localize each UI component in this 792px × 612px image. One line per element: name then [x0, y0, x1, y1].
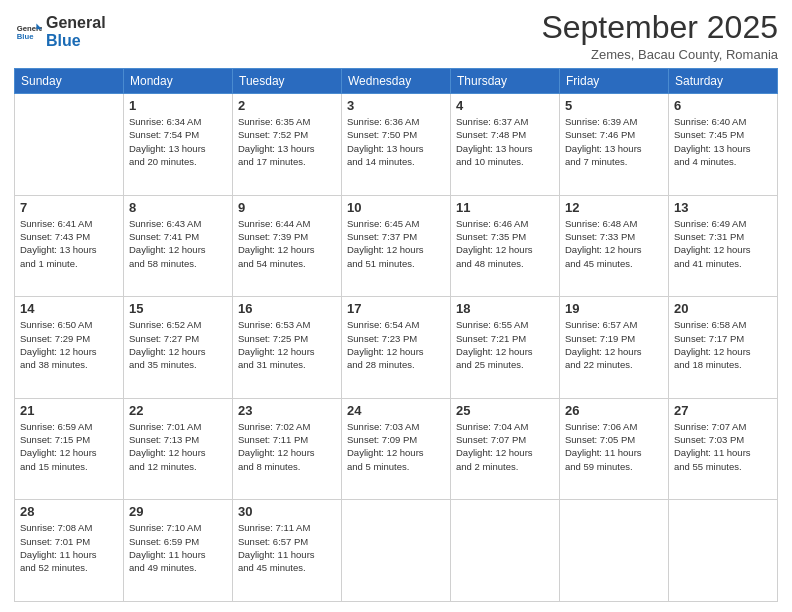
page: General Blue GeneralBlue September 2025 …	[0, 0, 792, 612]
svg-text:Blue: Blue	[17, 32, 34, 41]
day-number: 17	[347, 301, 445, 316]
title-area: September 2025 Zemes, Bacau County, Roma…	[541, 10, 778, 62]
col-header-saturday: Saturday	[669, 69, 778, 94]
calendar-cell: 10Sunrise: 6:45 AM Sunset: 7:37 PM Dayli…	[342, 195, 451, 297]
calendar-week-5: 28Sunrise: 7:08 AM Sunset: 7:01 PM Dayli…	[15, 500, 778, 602]
day-number: 12	[565, 200, 663, 215]
day-info: Sunrise: 7:07 AM Sunset: 7:03 PM Dayligh…	[674, 420, 772, 473]
calendar-cell: 29Sunrise: 7:10 AM Sunset: 6:59 PM Dayli…	[124, 500, 233, 602]
col-header-tuesday: Tuesday	[233, 69, 342, 94]
calendar-cell: 28Sunrise: 7:08 AM Sunset: 7:01 PM Dayli…	[15, 500, 124, 602]
day-number: 25	[456, 403, 554, 418]
day-number: 20	[674, 301, 772, 316]
header: General Blue GeneralBlue September 2025 …	[14, 10, 778, 62]
calendar-cell: 25Sunrise: 7:04 AM Sunset: 7:07 PM Dayli…	[451, 398, 560, 500]
calendar-cell: 22Sunrise: 7:01 AM Sunset: 7:13 PM Dayli…	[124, 398, 233, 500]
day-number: 4	[456, 98, 554, 113]
day-number: 11	[456, 200, 554, 215]
day-number: 10	[347, 200, 445, 215]
day-info: Sunrise: 6:53 AM Sunset: 7:25 PM Dayligh…	[238, 318, 336, 371]
calendar-cell: 26Sunrise: 7:06 AM Sunset: 7:05 PM Dayli…	[560, 398, 669, 500]
day-number: 9	[238, 200, 336, 215]
calendar-cell: 7Sunrise: 6:41 AM Sunset: 7:43 PM Daylig…	[15, 195, 124, 297]
calendar-header-row: SundayMondayTuesdayWednesdayThursdayFrid…	[15, 69, 778, 94]
calendar-cell: 30Sunrise: 7:11 AM Sunset: 6:57 PM Dayli…	[233, 500, 342, 602]
calendar-cell: 5Sunrise: 6:39 AM Sunset: 7:46 PM Daylig…	[560, 94, 669, 196]
day-info: Sunrise: 6:50 AM Sunset: 7:29 PM Dayligh…	[20, 318, 118, 371]
col-header-friday: Friday	[560, 69, 669, 94]
calendar-cell	[560, 500, 669, 602]
day-number: 21	[20, 403, 118, 418]
calendar-cell: 27Sunrise: 7:07 AM Sunset: 7:03 PM Dayli…	[669, 398, 778, 500]
subtitle: Zemes, Bacau County, Romania	[541, 47, 778, 62]
calendar-cell: 17Sunrise: 6:54 AM Sunset: 7:23 PM Dayli…	[342, 297, 451, 399]
calendar-cell	[669, 500, 778, 602]
day-info: Sunrise: 7:11 AM Sunset: 6:57 PM Dayligh…	[238, 521, 336, 574]
calendar-cell	[451, 500, 560, 602]
calendar-week-2: 7Sunrise: 6:41 AM Sunset: 7:43 PM Daylig…	[15, 195, 778, 297]
calendar-cell: 15Sunrise: 6:52 AM Sunset: 7:27 PM Dayli…	[124, 297, 233, 399]
day-number: 13	[674, 200, 772, 215]
calendar-cell: 12Sunrise: 6:48 AM Sunset: 7:33 PM Dayli…	[560, 195, 669, 297]
day-number: 30	[238, 504, 336, 519]
day-info: Sunrise: 6:52 AM Sunset: 7:27 PM Dayligh…	[129, 318, 227, 371]
calendar-cell: 16Sunrise: 6:53 AM Sunset: 7:25 PM Dayli…	[233, 297, 342, 399]
col-header-monday: Monday	[124, 69, 233, 94]
calendar-cell: 23Sunrise: 7:02 AM Sunset: 7:11 PM Dayli…	[233, 398, 342, 500]
calendar-cell	[342, 500, 451, 602]
day-number: 18	[456, 301, 554, 316]
logo-area: General Blue GeneralBlue	[14, 14, 106, 49]
logo-icon: General Blue	[14, 18, 42, 46]
day-number: 2	[238, 98, 336, 113]
day-number: 15	[129, 301, 227, 316]
calendar-week-4: 21Sunrise: 6:59 AM Sunset: 7:15 PM Dayli…	[15, 398, 778, 500]
day-info: Sunrise: 7:10 AM Sunset: 6:59 PM Dayligh…	[129, 521, 227, 574]
col-header-thursday: Thursday	[451, 69, 560, 94]
day-number: 7	[20, 200, 118, 215]
day-info: Sunrise: 6:49 AM Sunset: 7:31 PM Dayligh…	[674, 217, 772, 270]
day-info: Sunrise: 7:06 AM Sunset: 7:05 PM Dayligh…	[565, 420, 663, 473]
calendar-cell: 4Sunrise: 6:37 AM Sunset: 7:48 PM Daylig…	[451, 94, 560, 196]
day-info: Sunrise: 6:59 AM Sunset: 7:15 PM Dayligh…	[20, 420, 118, 473]
calendar-cell: 1Sunrise: 6:34 AM Sunset: 7:54 PM Daylig…	[124, 94, 233, 196]
day-info: Sunrise: 6:35 AM Sunset: 7:52 PM Dayligh…	[238, 115, 336, 168]
calendar-cell: 18Sunrise: 6:55 AM Sunset: 7:21 PM Dayli…	[451, 297, 560, 399]
calendar-cell: 20Sunrise: 6:58 AM Sunset: 7:17 PM Dayli…	[669, 297, 778, 399]
day-number: 8	[129, 200, 227, 215]
day-info: Sunrise: 6:41 AM Sunset: 7:43 PM Dayligh…	[20, 217, 118, 270]
day-number: 22	[129, 403, 227, 418]
day-number: 29	[129, 504, 227, 519]
calendar-cell: 13Sunrise: 6:49 AM Sunset: 7:31 PM Dayli…	[669, 195, 778, 297]
day-number: 1	[129, 98, 227, 113]
day-info: Sunrise: 7:04 AM Sunset: 7:07 PM Dayligh…	[456, 420, 554, 473]
month-title: September 2025	[541, 10, 778, 45]
day-info: Sunrise: 7:01 AM Sunset: 7:13 PM Dayligh…	[129, 420, 227, 473]
day-info: Sunrise: 6:43 AM Sunset: 7:41 PM Dayligh…	[129, 217, 227, 270]
day-info: Sunrise: 6:37 AM Sunset: 7:48 PM Dayligh…	[456, 115, 554, 168]
calendar-cell: 3Sunrise: 6:36 AM Sunset: 7:50 PM Daylig…	[342, 94, 451, 196]
day-info: Sunrise: 7:03 AM Sunset: 7:09 PM Dayligh…	[347, 420, 445, 473]
calendar-cell: 9Sunrise: 6:44 AM Sunset: 7:39 PM Daylig…	[233, 195, 342, 297]
day-info: Sunrise: 6:45 AM Sunset: 7:37 PM Dayligh…	[347, 217, 445, 270]
day-number: 27	[674, 403, 772, 418]
day-info: Sunrise: 6:44 AM Sunset: 7:39 PM Dayligh…	[238, 217, 336, 270]
day-info: Sunrise: 6:55 AM Sunset: 7:21 PM Dayligh…	[456, 318, 554, 371]
calendar-cell: 8Sunrise: 6:43 AM Sunset: 7:41 PM Daylig…	[124, 195, 233, 297]
day-number: 16	[238, 301, 336, 316]
calendar-week-1: 1Sunrise: 6:34 AM Sunset: 7:54 PM Daylig…	[15, 94, 778, 196]
day-info: Sunrise: 7:02 AM Sunset: 7:11 PM Dayligh…	[238, 420, 336, 473]
calendar-table: SundayMondayTuesdayWednesdayThursdayFrid…	[14, 68, 778, 602]
day-info: Sunrise: 7:08 AM Sunset: 7:01 PM Dayligh…	[20, 521, 118, 574]
col-header-sunday: Sunday	[15, 69, 124, 94]
logo-text: GeneralBlue	[46, 14, 106, 49]
day-number: 26	[565, 403, 663, 418]
day-info: Sunrise: 6:34 AM Sunset: 7:54 PM Dayligh…	[129, 115, 227, 168]
day-number: 6	[674, 98, 772, 113]
day-info: Sunrise: 6:48 AM Sunset: 7:33 PM Dayligh…	[565, 217, 663, 270]
day-number: 5	[565, 98, 663, 113]
calendar-cell: 2Sunrise: 6:35 AM Sunset: 7:52 PM Daylig…	[233, 94, 342, 196]
day-info: Sunrise: 6:57 AM Sunset: 7:19 PM Dayligh…	[565, 318, 663, 371]
day-number: 14	[20, 301, 118, 316]
day-info: Sunrise: 6:39 AM Sunset: 7:46 PM Dayligh…	[565, 115, 663, 168]
day-number: 24	[347, 403, 445, 418]
